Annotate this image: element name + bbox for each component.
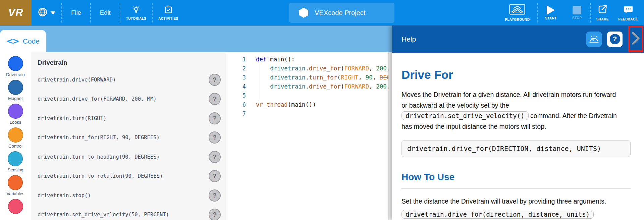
- line-number: 2: [226, 65, 246, 72]
- command-row: drivetrain.turn_to_rotation(90, DEGREES)…: [38, 167, 221, 186]
- sensing-category-icon: [8, 151, 23, 166]
- line-number: 6: [226, 101, 246, 108]
- tutorials-label: TUTORIALS: [126, 17, 147, 20]
- command-turn-for[interactable]: drivetrain.turn_for(RIGHT, 90, DEGREES): [38, 134, 160, 141]
- code-editor[interactable]: 1 def main(): 2 drivetrain.drive_for(FOR…: [226, 52, 388, 220]
- editor-line: 1 def main():: [226, 55, 388, 64]
- editor-line: 5: [226, 91, 388, 100]
- playground-icon: [509, 4, 525, 16]
- syntax-code-block: drivetrain.drive_for(DIRECTION, distance…: [401, 140, 631, 157]
- inline-code-chip: drivetrain.drive_for(direction, distance…: [401, 210, 594, 219]
- tab-code[interactable]: <> Code: [0, 30, 46, 52]
- chevron-down-icon: [51, 11, 55, 14]
- editor-scrollbar[interactable]: [388, 52, 392, 220]
- file-menu[interactable]: File: [62, 0, 90, 25]
- command-drive[interactable]: drivetrain.drive(FORWARD): [38, 77, 116, 83]
- command-help-button[interactable]: ?: [209, 170, 221, 182]
- looks-category-icon: [8, 104, 23, 119]
- command-stop[interactable]: drivetrain.stop(): [38, 192, 91, 199]
- playground-label: PLAYGROUND: [505, 18, 530, 21]
- command-help-button[interactable]: ?: [209, 112, 221, 124]
- lightbulb-icon: [132, 5, 141, 15]
- command-row: drivetrain.stop() ?: [38, 186, 221, 205]
- command-help-button[interactable]: ?: [209, 131, 221, 144]
- tutorials-button[interactable]: TUTORIALS: [120, 0, 152, 25]
- sidebar-item-magnet[interactable]: Magnet: [8, 80, 23, 101]
- collapse-help-button[interactable]: [628, 26, 643, 52]
- command-row: drivetrain.drive_for(FORWARD, 200, MM) ?: [38, 90, 221, 109]
- command-turn-to-rotation[interactable]: drivetrain.turn_to_rotation(90, DEGREES): [38, 173, 163, 179]
- command-help-button[interactable]: ?: [209, 74, 221, 86]
- gauge-icon: [589, 34, 599, 45]
- feedback-icon: [623, 4, 633, 16]
- command-turn[interactable]: drivetrain.turn(RIGHT): [38, 115, 106, 121]
- editor-line: 2 drivetrain.drive_for(FORWARD, 200, MM): [226, 64, 388, 73]
- editor-line: 7: [226, 109, 388, 118]
- line-number-current: 4: [226, 83, 246, 90]
- start-label: START: [545, 16, 557, 20]
- help-panel-header: Help ?: [392, 25, 644, 53]
- sidebar-item-drivetrain[interactable]: Drivetrain: [6, 56, 25, 77]
- sidebar-item-variables[interactable]: Variables: [6, 175, 24, 196]
- stop-label: STOP: [572, 16, 582, 20]
- run-controls: PLAYGROUND START STOP SHARE: [497, 0, 642, 25]
- command-row: drivetrain.turn(RIGHT) ?: [38, 109, 221, 128]
- feedback-button[interactable]: FEEDBACK: [614, 0, 642, 25]
- command-row: drivetrain.turn_to_heading(90, DEGREES) …: [38, 147, 221, 167]
- command-group-header: Drivetrain: [38, 59, 221, 66]
- top-toolbar: VR File Edit TUTORIALS: [0, 0, 644, 25]
- dashboard-button[interactable]: [586, 32, 602, 47]
- editor-line: 4 drivetrain.drive_for(FORWARD, 200, MM): [226, 82, 388, 91]
- code-brackets-icon: <>: [6, 36, 19, 46]
- help-panel: Help ?: [392, 25, 644, 220]
- command-row: drivetrain.turn_for(RIGHT, 90, DEGREES) …: [38, 128, 221, 148]
- share-label: SHARE: [596, 17, 609, 21]
- coding-area: Drivetrain Magnet Looks Control Sensing …: [0, 52, 392, 220]
- variables-category-icon: [8, 175, 23, 190]
- indent-guide: [258, 64, 258, 100]
- sidebar-item-events[interactable]: [8, 199, 23, 215]
- checkbox-icon: [164, 5, 173, 15]
- hexagon-icon: [299, 8, 308, 18]
- editor-line: 6 vr_thread(main()): [226, 100, 388, 109]
- play-icon: [547, 5, 555, 15]
- start-button[interactable]: START: [538, 0, 564, 25]
- command-help-button[interactable]: ?: [209, 93, 221, 105]
- language-menu[interactable]: [32, 0, 61, 25]
- command-turn-to-heading[interactable]: drivetrain.turn_to_heading(90, DEGREES): [38, 154, 160, 160]
- activities-button[interactable]: ACTIVITIES: [153, 0, 184, 25]
- feedback-label: FEEDBACK: [618, 17, 638, 21]
- drivetrain-category-icon: [8, 56, 23, 71]
- command-help-button[interactable]: ?: [209, 151, 221, 163]
- chevron-right-icon: [632, 32, 640, 46]
- sidebar-item-control[interactable]: Control: [8, 127, 23, 149]
- share-icon: [597, 4, 607, 16]
- command-row: drivetrain.drive(FORWARD) ?: [38, 70, 221, 90]
- category-sidebar: Drivetrain Magnet Looks Control Sensing …: [0, 52, 31, 220]
- edit-menu[interactable]: Edit: [91, 0, 120, 25]
- inline-code-chip: drivetrain.set_drive_velocity(): [401, 111, 529, 120]
- project-title: VEXcode Project: [315, 9, 365, 17]
- command-help-button[interactable]: ?: [209, 209, 221, 220]
- command-set-drive-velocity[interactable]: drivetrain.set_drive_velocity(50, PERCEN…: [38, 212, 169, 218]
- help-panel-title: Help: [401, 35, 416, 43]
- pink-category-icon: [8, 199, 23, 214]
- help-paragraph-2: Set the distance the Drivetrain will tra…: [401, 198, 631, 205]
- help-info-button[interactable]: ?: [607, 32, 623, 47]
- line-number: 5: [226, 92, 246, 99]
- stop-button: STOP: [564, 0, 590, 25]
- question-icon: ?: [610, 34, 620, 44]
- help-article-title: Drive For: [401, 68, 631, 81]
- command-row: drivetrain.set_drive_velocity(50, PERCEN…: [38, 205, 221, 220]
- sidebar-item-sensing[interactable]: Sensing: [8, 151, 23, 172]
- help-article: Drive For Moves the Drivetrain for a giv…: [392, 53, 644, 219]
- project-name-button[interactable]: VEXcode Project: [289, 3, 394, 23]
- editor-line: 3 drivetrain.turn_for(RIGHT, 90, DEGREES…: [226, 73, 388, 82]
- command-drive-for[interactable]: drivetrain.drive_for(FORWARD, 200, MM): [38, 96, 157, 102]
- command-help-button[interactable]: ?: [209, 189, 221, 202]
- vr-logo: VR: [0, 0, 32, 25]
- sidebar-item-looks[interactable]: Looks: [8, 104, 23, 125]
- playground-button[interactable]: PLAYGROUND: [497, 0, 537, 25]
- share-button[interactable]: SHARE: [591, 0, 614, 25]
- command-palette: Drivetrain drivetrain.drive(FORWARD) ? d…: [31, 52, 226, 220]
